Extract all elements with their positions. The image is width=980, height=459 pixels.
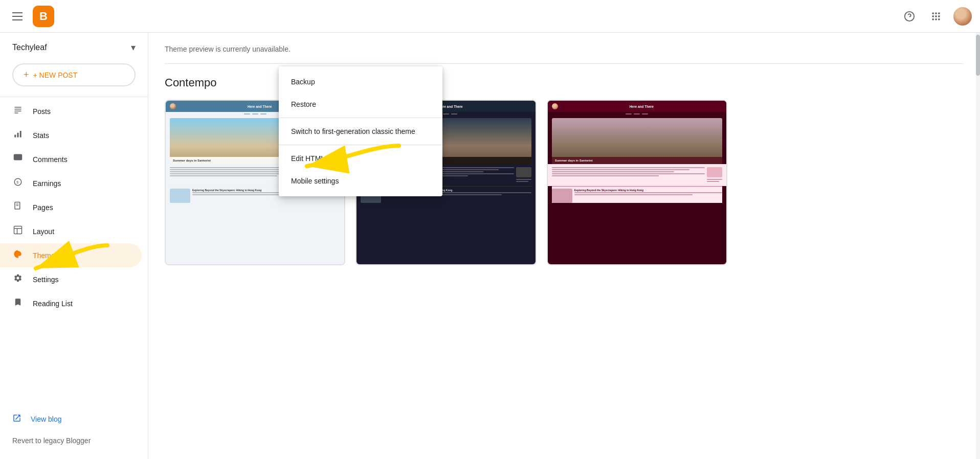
svg-point-30 (18, 252, 19, 253)
sidebar-item-posts[interactable]: Posts (0, 99, 142, 123)
svg-rect-16 (17, 133, 19, 137)
dropdown-edit-html[interactable]: Edit HTML (279, 147, 442, 170)
topbar-right (900, 7, 972, 26)
layout-label: Layout (33, 227, 54, 236)
svg-rect-3 (935, 12, 937, 14)
theme-label: Theme (33, 251, 55, 260)
svg-text:$: $ (16, 180, 19, 185)
svg-rect-25 (14, 226, 22, 234)
sidebar-item-comments[interactable]: Comments (0, 147, 142, 171)
preview-message: Theme preview is currently unavailable. (165, 45, 964, 64)
dropdown-restore[interactable]: Restore (279, 93, 442, 116)
blog-name: Techyleaf (12, 43, 131, 52)
mock-avatar-pink (552, 103, 558, 109)
svg-rect-17 (20, 131, 21, 137)
scrollbar-track (976, 33, 980, 459)
posts-label: Posts (33, 107, 51, 116)
theme-preview-pink: Here and There Summer days in Santorini (548, 101, 726, 264)
svg-rect-2 (932, 12, 934, 14)
sidebar-item-settings[interactable]: Settings (0, 267, 142, 291)
svg-point-31 (19, 254, 20, 255)
revert-to-legacy[interactable]: Revert to legacy Blogger (0, 430, 148, 451)
plus-icon: + (24, 70, 29, 80)
earnings-icon: $ (12, 177, 24, 189)
main-content: Theme preview is currently unavailable. … (148, 33, 980, 459)
topbar-left: B (8, 6, 54, 27)
svg-rect-13 (14, 111, 21, 112)
scrollbar-thumb[interactable] (976, 35, 980, 76)
comments-label: Comments (33, 155, 68, 164)
themes-grid: Here and There Summer days in Santorini (165, 100, 727, 265)
mock-title-pink: Here and There (561, 105, 722, 108)
sidebar: Techyleaf ▾ + + NEW POST Posts Stats Com… (0, 0, 148, 459)
avatar[interactable] (953, 7, 972, 26)
dropdown-divider-2 (279, 145, 442, 145)
svg-point-29 (16, 252, 17, 253)
mock-hero-pink: Summer days in Santorini (552, 118, 722, 164)
mock-post2-title-pink: Exploring Beyond the Skyscrapers: Hiking… (574, 189, 722, 192)
mock-post-title-pink: Summer days in Santorini (555, 159, 719, 162)
reading-list-icon (12, 297, 24, 309)
earnings-label: Earnings (33, 179, 61, 188)
svg-point-28 (15, 254, 16, 255)
pages-label: Pages (33, 203, 53, 212)
svg-rect-4 (938, 12, 940, 14)
svg-rect-11 (14, 107, 21, 108)
blog-mock-pink: Here and There Summer days in Santorini (548, 101, 726, 264)
layout-icon (12, 225, 24, 237)
theme-card-pink[interactable]: Here and There Summer days in Santorini (547, 100, 727, 265)
comments-icon (12, 153, 24, 165)
view-blog-label: View blog (31, 415, 61, 423)
external-link-icon (12, 414, 21, 424)
sidebar-bottom: View blog Revert to legacy Blogger (0, 399, 148, 459)
dropdown-switch-classic[interactable]: Switch to first-generation classic theme (279, 120, 442, 143)
svg-rect-10 (938, 18, 940, 20)
posts-icon (12, 105, 24, 117)
svg-rect-12 (14, 109, 21, 110)
dropdown-mobile-settings[interactable]: Mobile settings (279, 170, 442, 192)
topbar: B (0, 0, 980, 33)
settings-icon (12, 273, 24, 285)
sidebar-divider-top (0, 97, 148, 97)
dropdown-menu: Backup Restore Switch to first-generatio… (279, 66, 442, 196)
svg-rect-15 (14, 135, 16, 137)
hamburger-icon[interactable] (8, 8, 27, 25)
mock-avatar-light (170, 103, 176, 109)
svg-rect-7 (938, 15, 940, 17)
svg-rect-14 (14, 112, 18, 113)
reading-list-label: Reading List (33, 300, 73, 308)
stats-label: Stats (33, 131, 49, 140)
sidebar-item-earnings[interactable]: $ Earnings (0, 171, 142, 195)
apps-icon[interactable] (927, 7, 945, 26)
theme-icon (12, 249, 24, 261)
sidebar-item-pages[interactable]: Pages (0, 195, 142, 219)
svg-rect-24 (16, 205, 18, 206)
blog-dropdown-arrow[interactable]: ▾ (131, 42, 136, 53)
sidebar-item-reading-list[interactable]: Reading List (0, 291, 142, 315)
dropdown-backup[interactable]: Backup (279, 71, 442, 93)
new-post-label: + NEW POST (33, 71, 78, 79)
pages-icon (12, 201, 24, 213)
svg-rect-19 (14, 154, 22, 160)
help-icon[interactable] (900, 7, 919, 26)
dropdown-divider-1 (279, 118, 442, 118)
svg-rect-8 (932, 18, 934, 20)
view-blog-item[interactable]: View blog (0, 407, 148, 430)
blog-name-row[interactable]: Techyleaf ▾ (0, 33, 148, 59)
svg-rect-9 (935, 18, 937, 20)
sidebar-item-stats[interactable]: Stats (0, 123, 142, 147)
sidebar-item-layout[interactable]: Layout (0, 219, 142, 243)
blogger-logo[interactable]: B (33, 6, 54, 27)
svg-rect-6 (935, 15, 937, 17)
settings-label: Settings (33, 276, 59, 284)
stats-icon (12, 129, 24, 141)
new-post-button[interactable]: + + NEW POST (12, 63, 136, 86)
sidebar-item-theme[interactable]: Theme (0, 243, 142, 267)
svg-rect-5 (932, 15, 934, 17)
svg-rect-23 (16, 204, 18, 204)
